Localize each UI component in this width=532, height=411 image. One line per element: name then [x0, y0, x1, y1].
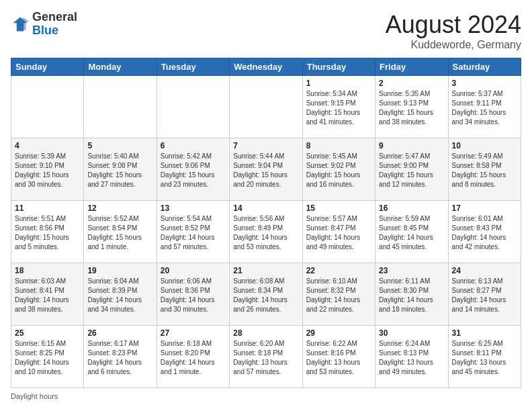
- day-number: 5: [87, 141, 152, 150]
- month-year: August 2024: [386, 11, 521, 39]
- day-info: Sunrise: 6:15 AM Sunset: 8:25 PM Dayligh…: [15, 339, 80, 377]
- day-number: 4: [15, 141, 80, 150]
- day-info: Sunrise: 5:57 AM Sunset: 8:47 PM Dayligh…: [306, 214, 371, 252]
- day-info: Sunrise: 6:03 AM Sunset: 8:41 PM Dayligh…: [15, 277, 80, 314]
- day-info: Sunrise: 6:11 AM Sunset: 8:30 PM Dayligh…: [379, 277, 444, 314]
- calendar-cell: 23Sunrise: 6:11 AM Sunset: 8:30 PM Dayli…: [375, 263, 448, 326]
- day-header-wednesday: Wednesday: [230, 58, 302, 76]
- page: General Blue August 2024 Kuddeworde, Ger…: [0, 0, 532, 411]
- day-number: 2: [379, 79, 444, 88]
- day-info: Sunrise: 5:49 AM Sunset: 8:58 PM Dayligh…: [452, 152, 517, 189]
- day-info: Sunrise: 6:17 AM Sunset: 8:23 PM Dayligh…: [87, 339, 152, 377]
- calendar-cell: 12Sunrise: 5:52 AM Sunset: 8:54 PM Dayli…: [84, 201, 157, 263]
- calendar-cell: 8Sunrise: 5:45 AM Sunset: 9:02 PM Daylig…: [302, 138, 375, 201]
- day-info: Sunrise: 6:24 AM Sunset: 8:13 PM Dayligh…: [379, 339, 444, 377]
- header-row: SundayMondayTuesdayWednesdayThursdayFrid…: [11, 58, 521, 76]
- logo-icon: [11, 15, 30, 34]
- day-number: 9: [379, 141, 444, 150]
- calendar-cell: 3Sunrise: 5:37 AM Sunset: 9:11 PM Daylig…: [448, 76, 521, 138]
- day-number: 7: [233, 141, 298, 150]
- calendar-cell: 30Sunrise: 6:24 AM Sunset: 8:13 PM Dayli…: [375, 326, 448, 388]
- calendar-cell: 18Sunrise: 6:03 AM Sunset: 8:41 PM Dayli…: [11, 263, 84, 326]
- day-info: Sunrise: 5:56 AM Sunset: 8:49 PM Dayligh…: [233, 214, 298, 252]
- calendar-cell: [11, 76, 84, 138]
- day-info: Sunrise: 5:44 AM Sunset: 9:04 PM Dayligh…: [233, 152, 298, 189]
- day-number: 15: [306, 203, 371, 213]
- week-row-3: 18Sunrise: 6:03 AM Sunset: 8:41 PM Dayli…: [11, 263, 521, 326]
- day-number: 14: [233, 203, 298, 213]
- daylight-label: Daylight hours: [11, 392, 58, 400]
- day-number: 21: [233, 266, 298, 275]
- calendar-cell: 7Sunrise: 5:44 AM Sunset: 9:04 PM Daylig…: [230, 138, 302, 201]
- day-number: 19: [87, 266, 152, 275]
- day-number: 11: [15, 203, 80, 213]
- day-info: Sunrise: 5:42 AM Sunset: 9:06 PM Dayligh…: [161, 152, 226, 189]
- day-number: 17: [452, 203, 517, 213]
- calendar-cell: [230, 76, 302, 138]
- calendar-cell: 31Sunrise: 6:25 AM Sunset: 8:11 PM Dayli…: [448, 326, 521, 388]
- calendar-cell: 26Sunrise: 6:17 AM Sunset: 8:23 PM Dayli…: [84, 326, 157, 388]
- day-number: 1: [306, 79, 371, 88]
- calendar-cell: 24Sunrise: 6:13 AM Sunset: 8:27 PM Dayli…: [448, 263, 521, 326]
- day-info: Sunrise: 5:59 AM Sunset: 8:45 PM Dayligh…: [379, 214, 444, 252]
- header: General Blue August 2024 Kuddeworde, Ger…: [11, 11, 521, 51]
- calendar-cell: 9Sunrise: 5:47 AM Sunset: 9:00 PM Daylig…: [375, 138, 448, 201]
- day-info: Sunrise: 6:10 AM Sunset: 8:32 PM Dayligh…: [306, 277, 371, 314]
- day-info: Sunrise: 6:04 AM Sunset: 8:39 PM Dayligh…: [87, 277, 152, 314]
- svg-marker-1: [23, 17, 30, 30]
- day-number: 22: [306, 266, 371, 275]
- day-info: Sunrise: 5:34 AM Sunset: 9:15 PM Dayligh…: [306, 89, 371, 127]
- calendar: SundayMondayTuesdayWednesdayThursdayFrid…: [11, 58, 521, 388]
- day-number: 24: [452, 266, 517, 275]
- calendar-cell: 1Sunrise: 5:34 AM Sunset: 9:15 PM Daylig…: [302, 76, 375, 138]
- calendar-cell: 14Sunrise: 5:56 AM Sunset: 8:49 PM Dayli…: [230, 201, 302, 263]
- day-number: 3: [452, 79, 517, 88]
- day-number: 29: [306, 328, 371, 338]
- day-number: 26: [87, 328, 152, 338]
- day-info: Sunrise: 6:06 AM Sunset: 8:36 PM Dayligh…: [161, 277, 226, 314]
- calendar-cell: 22Sunrise: 6:10 AM Sunset: 8:32 PM Dayli…: [302, 263, 375, 326]
- week-row-0: 1Sunrise: 5:34 AM Sunset: 9:15 PM Daylig…: [11, 76, 521, 138]
- calendar-cell: 2Sunrise: 5:35 AM Sunset: 9:13 PM Daylig…: [375, 76, 448, 138]
- calendar-cell: 15Sunrise: 5:57 AM Sunset: 8:47 PM Dayli…: [302, 201, 375, 263]
- day-header-tuesday: Tuesday: [157, 58, 229, 76]
- calendar-cell: 28Sunrise: 6:20 AM Sunset: 8:18 PM Dayli…: [230, 326, 302, 388]
- calendar-cell: 20Sunrise: 6:06 AM Sunset: 8:36 PM Dayli…: [157, 263, 229, 326]
- calendar-cell: [84, 76, 157, 138]
- day-number: 12: [87, 203, 152, 213]
- day-info: Sunrise: 6:25 AM Sunset: 8:11 PM Dayligh…: [452, 339, 517, 377]
- day-header-sunday: Sunday: [11, 58, 84, 76]
- day-number: 10: [452, 141, 517, 150]
- day-info: Sunrise: 5:54 AM Sunset: 8:52 PM Dayligh…: [161, 214, 226, 252]
- logo-text: General Blue: [32, 11, 77, 38]
- day-info: Sunrise: 6:22 AM Sunset: 8:16 PM Dayligh…: [306, 339, 371, 377]
- calendar-cell: 25Sunrise: 6:15 AM Sunset: 8:25 PM Dayli…: [11, 326, 84, 388]
- day-number: 13: [161, 203, 226, 213]
- day-number: 27: [161, 328, 226, 338]
- day-info: Sunrise: 5:52 AM Sunset: 8:54 PM Dayligh…: [87, 214, 152, 252]
- week-row-2: 11Sunrise: 5:51 AM Sunset: 8:56 PM Dayli…: [11, 201, 521, 263]
- day-info: Sunrise: 6:20 AM Sunset: 8:18 PM Dayligh…: [233, 339, 298, 377]
- day-header-monday: Monday: [84, 58, 157, 76]
- day-info: Sunrise: 5:51 AM Sunset: 8:56 PM Dayligh…: [15, 214, 80, 252]
- day-header-thursday: Thursday: [302, 58, 375, 76]
- day-info: Sunrise: 6:18 AM Sunset: 8:20 PM Dayligh…: [161, 339, 226, 377]
- day-info: Sunrise: 5:47 AM Sunset: 9:00 PM Dayligh…: [379, 152, 444, 189]
- day-number: 16: [379, 203, 444, 213]
- day-header-friday: Friday: [375, 58, 448, 76]
- calendar-cell: 29Sunrise: 6:22 AM Sunset: 8:16 PM Dayli…: [302, 326, 375, 388]
- week-row-1: 4Sunrise: 5:39 AM Sunset: 9:10 PM Daylig…: [11, 138, 521, 201]
- calendar-cell: 17Sunrise: 6:01 AM Sunset: 8:43 PM Dayli…: [448, 201, 521, 263]
- logo-general-text: General: [32, 10, 77, 24]
- calendar-cell: 13Sunrise: 5:54 AM Sunset: 8:52 PM Dayli…: [157, 201, 229, 263]
- day-info: Sunrise: 5:37 AM Sunset: 9:11 PM Dayligh…: [452, 89, 517, 127]
- day-info: Sunrise: 5:35 AM Sunset: 9:13 PM Dayligh…: [379, 89, 444, 127]
- week-row-4: 25Sunrise: 6:15 AM Sunset: 8:25 PM Dayli…: [11, 326, 521, 388]
- calendar-cell: 27Sunrise: 6:18 AM Sunset: 8:20 PM Dayli…: [157, 326, 229, 388]
- calendar-cell: 11Sunrise: 5:51 AM Sunset: 8:56 PM Dayli…: [11, 201, 84, 263]
- day-number: 30: [379, 328, 444, 338]
- day-info: Sunrise: 5:45 AM Sunset: 9:02 PM Dayligh…: [306, 152, 371, 189]
- calendar-cell: 10Sunrise: 5:49 AM Sunset: 8:58 PM Dayli…: [448, 138, 521, 201]
- title-block: August 2024 Kuddeworde, Germany: [386, 11, 521, 51]
- logo-blue-text: Blue: [32, 24, 58, 37]
